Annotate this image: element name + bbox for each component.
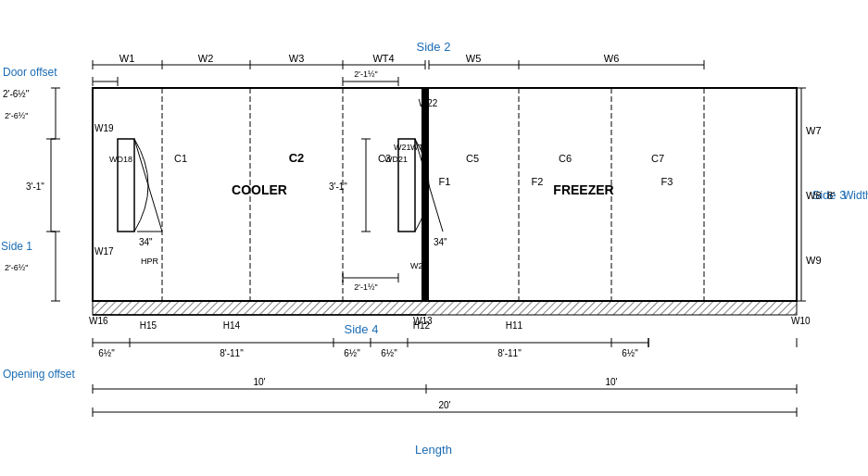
svg-text:C6: C6	[559, 153, 572, 164]
svg-text:3'-1": 3'-1"	[329, 182, 347, 192]
svg-text:H11: H11	[506, 320, 523, 331]
svg-text:2'-1½": 2'-1½"	[354, 282, 377, 292]
diagram-container: Side 2 Side 3 Side 1 Side 4 Length Width…	[0, 0, 868, 476]
svg-text:Side 4: Side 4	[345, 322, 379, 336]
svg-text:WT4: WT4	[410, 143, 428, 152]
svg-text:Length: Length	[415, 443, 452, 457]
svg-text:W20: W20	[410, 261, 428, 270]
svg-text:W2: W2	[198, 53, 214, 64]
svg-text:W13: W13	[413, 316, 433, 326]
svg-text:Door offset: Door offset	[3, 66, 57, 79]
svg-text:W22: W22	[419, 98, 438, 108]
svg-text:2'-1½": 2'-1½"	[354, 69, 377, 79]
svg-text:W3: W3	[289, 53, 305, 64]
svg-text:2'-6½": 2'-6½"	[5, 111, 28, 120]
svg-text:Side 1: Side 1	[1, 240, 32, 253]
svg-rect-1	[93, 88, 797, 301]
svg-text:10': 10'	[605, 377, 617, 387]
svg-text:W16: W16	[89, 316, 108, 326]
svg-text:W10: W10	[791, 316, 811, 326]
svg-rect-81	[93, 301, 797, 315]
svg-text:H15: H15	[140, 320, 157, 331]
svg-text:Opening offset: Opening offset	[3, 368, 76, 381]
svg-text:W19: W19	[94, 123, 114, 133]
svg-text:8'-11": 8'-11"	[497, 348, 522, 358]
svg-text:W1: W1	[120, 53, 135, 64]
svg-text:FREEZER: FREEZER	[553, 182, 613, 197]
svg-text:C7: C7	[651, 153, 664, 164]
svg-text:20': 20'	[438, 400, 450, 410]
svg-text:HPR: HPR	[141, 257, 159, 266]
svg-rect-61	[398, 139, 415, 232]
svg-text:C2: C2	[289, 151, 305, 165]
svg-text:8'-11": 8'-11"	[220, 348, 244, 358]
svg-text:8': 8'	[827, 190, 835, 201]
svg-text:6½": 6½"	[381, 348, 397, 358]
svg-text:H14: H14	[223, 320, 241, 331]
svg-text:C1: C1	[174, 153, 187, 164]
svg-text:WD21: WD21	[384, 155, 408, 164]
svg-text:F3: F3	[661, 176, 673, 187]
svg-text:F2: F2	[532, 176, 544, 187]
svg-rect-58	[118, 139, 134, 232]
svg-text:W7: W7	[806, 125, 822, 136]
svg-text:W9: W9	[806, 255, 822, 266]
svg-text:W5: W5	[466, 53, 482, 64]
svg-text:34": 34"	[139, 237, 153, 247]
svg-text:3'-1": 3'-1"	[26, 182, 44, 192]
svg-text:6½": 6½"	[98, 348, 115, 358]
svg-line-60	[134, 139, 162, 232]
svg-text:W6: W6	[604, 53, 620, 64]
svg-text:F1: F1	[439, 176, 451, 187]
svg-text:2'-6½": 2'-6½"	[5, 263, 28, 272]
svg-text:2'-6½": 2'-6½"	[3, 89, 30, 99]
svg-text:C5: C5	[466, 153, 479, 164]
svg-text:6½": 6½"	[622, 348, 638, 358]
svg-text:34": 34"	[434, 237, 447, 247]
svg-text:WT4: WT4	[372, 53, 394, 64]
svg-text:Side 2: Side 2	[417, 40, 451, 54]
svg-text:COOLER: COOLER	[232, 182, 287, 197]
svg-text:6½": 6½"	[344, 348, 360, 358]
svg-text:WD18: WD18	[109, 155, 132, 164]
svg-text:Width: Width	[843, 189, 868, 202]
svg-text:W8: W8	[806, 190, 822, 201]
svg-text:W21: W21	[394, 143, 411, 152]
svg-text:10': 10'	[253, 377, 265, 387]
svg-text:W17: W17	[94, 246, 114, 257]
